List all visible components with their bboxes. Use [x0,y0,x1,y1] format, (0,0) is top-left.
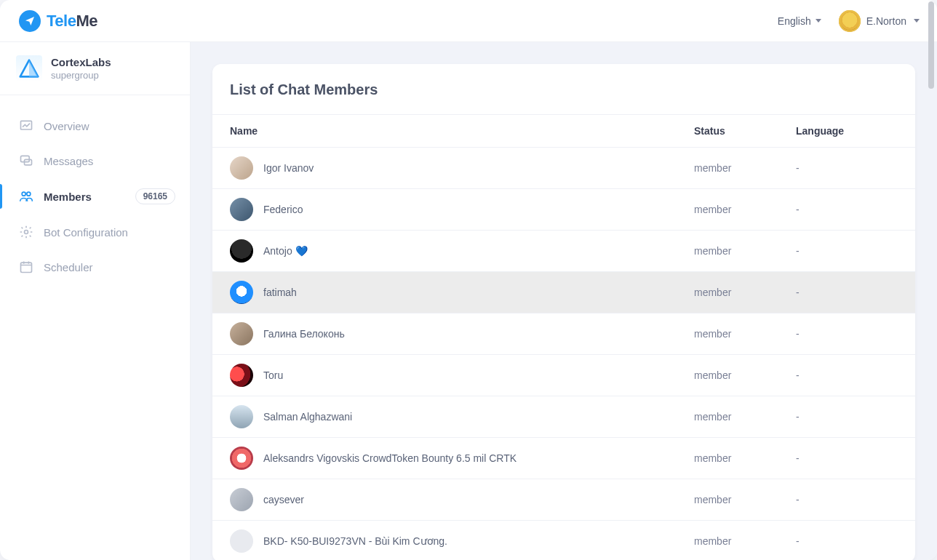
sidebar-item-label: Scheduler [44,261,175,273]
cell-name: Aleksandrs Vigovskis CrowdToken Bounty 6… [230,447,694,470]
member-name: fatimah [263,287,297,298]
brand[interactable]: TeleMe [19,10,97,32]
member-status: member [694,287,796,298]
table-row[interactable]: Federicomember- [212,189,915,231]
users-icon [19,189,33,204]
group-subtitle: supergroup [51,70,111,81]
scrollbar-thumb[interactable] [928,1,934,89]
table-row[interactable]: fatimahmember- [212,272,915,313]
member-status: member [694,328,796,340]
member-status: member [694,245,796,257]
member-status: member [694,369,796,381]
paper-plane-icon [24,15,36,27]
member-language: - [796,411,898,423]
app-body: CortexLabs supergroup Overview [0,42,937,560]
member-status: member [694,162,796,174]
member-name: Toru [263,369,283,381]
table-row[interactable]: Antojo 💙member- [212,231,915,272]
table-row[interactable]: Salman Alghazwanimember- [212,396,915,438]
member-language: - [796,328,898,340]
member-avatar-icon [230,239,253,263]
language-switcher[interactable]: English [778,15,821,27]
page-title: List of Chat Members [212,81,915,114]
member-language: - [796,452,898,464]
chevron-down-icon [816,19,821,23]
table-row[interactable]: Галина Белоконьmember- [212,313,915,355]
language-label: English [778,15,811,27]
app-window: TeleMe English E.Norton [0,0,937,560]
table-row[interactable]: caysevermember- [212,479,915,521]
member-status: member [694,535,796,547]
topbar-right: English E.Norton [778,10,920,32]
member-name: Igor Ivanov [263,162,314,174]
column-header-language[interactable]: Language [796,125,898,137]
table-body: Igor Ivanovmember-Federicomember-Antojo … [212,148,915,560]
member-language: - [796,535,898,547]
table-row[interactable]: Torumember- [212,355,915,396]
table-row[interactable]: Aleksandrs Vigovskis CrowdToken Bounty 6… [212,438,915,479]
group-header[interactable]: CortexLabs supergroup [0,52,190,95]
chevron-down-icon [914,19,920,23]
member-language: - [796,162,898,174]
members-table: Name Status Language Igor Ivanovmember-F… [212,114,915,560]
sidebar-nav: Overview Messages [0,95,190,297]
brand-text: TeleMe [47,12,97,31]
member-name: Галина Белоконь [263,328,345,340]
gear-icon [19,225,33,239]
brand-text-tele: Tele [47,12,76,30]
member-avatar-icon [230,529,253,553]
member-avatar-icon [230,281,253,304]
group-name: CortexLabs [51,56,111,68]
member-language: - [796,287,898,298]
column-header-name[interactable]: Name [230,125,694,137]
sidebar-item-messages[interactable]: Messages [0,143,190,178]
sidebar-item-label: Bot Configuration [44,226,175,239]
column-header-status[interactable]: Status [694,125,796,137]
member-language: - [796,245,898,257]
member-avatar-icon [230,156,253,180]
member-avatar-icon [230,364,253,387]
brand-text-me: Me [76,12,97,30]
member-status: member [694,494,796,505]
cell-name: Federico [230,198,694,221]
sidebar-item-overview[interactable]: Overview [0,108,190,143]
user-avatar-icon [839,10,861,32]
svg-point-5 [25,231,28,234]
user-name: E.Norton [866,15,906,27]
cell-name: Salman Alghazwani [230,405,694,428]
user-menu[interactable]: E.Norton [839,10,920,32]
cell-name: BKD- K50-BUI9273VN - Bùi Kim Cương. [230,529,694,553]
cell-name: fatimah [230,281,694,304]
members-count-badge: 96165 [135,188,175,204]
cell-name: Igor Ivanov [230,156,694,180]
member-status: member [694,411,796,423]
member-name: Antojo 💙 [263,245,308,257]
member-language: - [796,494,898,505]
sidebar-item-members[interactable]: Members 96165 [0,178,190,215]
sidebar-item-label: Messages [44,155,175,167]
svg-point-4 [27,192,31,196]
brand-logo-icon [19,10,41,32]
cell-name: caysever [230,488,694,511]
triangle-logo-icon [19,58,39,79]
member-language: - [796,204,898,215]
table-row[interactable]: Igor Ivanovmember- [212,148,915,189]
top-bar: TeleMe English E.Norton [0,0,937,42]
group-icon [16,55,42,81]
sidebar-item-scheduler[interactable]: Scheduler [0,249,190,284]
window-scrollbar[interactable] [927,1,936,559]
member-name: Federico [263,204,303,215]
members-card: List of Chat Members Name Status Languag… [212,64,915,560]
member-status: member [694,452,796,464]
member-name: Aleksandrs Vigovskis CrowdToken Bounty 6… [263,452,517,464]
sidebar-item-bot-configuration[interactable]: Bot Configuration [0,215,190,249]
member-name: caysever [263,494,304,505]
cell-name: Antojo 💙 [230,239,694,263]
cell-name: Галина Белоконь [230,322,694,345]
calendar-icon [19,260,33,274]
member-status: member [694,204,796,215]
chart-icon [19,119,33,133]
svg-point-3 [22,192,25,196]
table-row[interactable]: BKD- K50-BUI9273VN - Bùi Kim Cương.membe… [212,521,915,560]
member-name: BKD- K50-BUI9273VN - Bùi Kim Cương. [263,535,447,547]
